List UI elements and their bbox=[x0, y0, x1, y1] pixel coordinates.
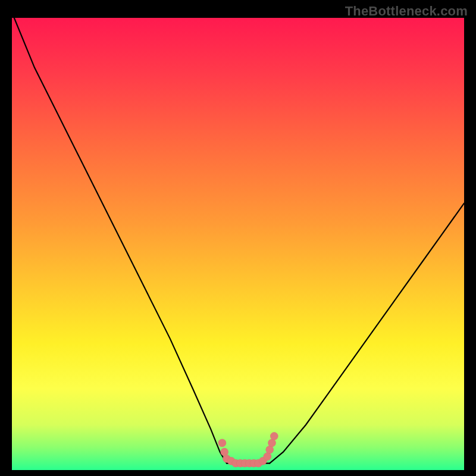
chart-frame: TheBottleneck.com bbox=[0, 0, 476, 476]
gradient-background bbox=[12, 18, 464, 470]
highlight-dot bbox=[264, 453, 271, 461]
plot-area bbox=[12, 18, 464, 470]
chart-svg bbox=[12, 18, 464, 470]
highlight-dot bbox=[268, 439, 276, 447]
highlight-dot bbox=[270, 433, 278, 440]
watermark-text: TheBottleneck.com bbox=[345, 4, 468, 19]
highlight-dot bbox=[221, 448, 228, 456]
highlight-dot bbox=[266, 446, 274, 453]
highlight-dot bbox=[218, 439, 226, 447]
